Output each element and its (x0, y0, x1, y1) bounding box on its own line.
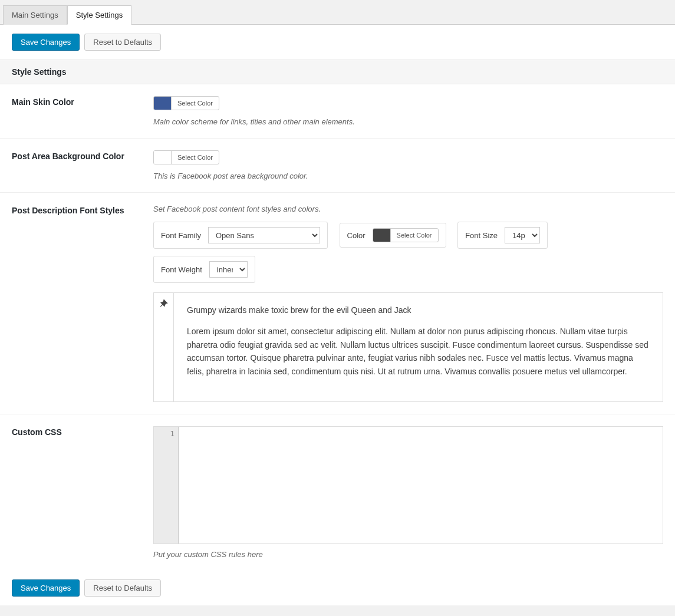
code-editor: 1 (153, 426, 663, 544)
save-button-bottom[interactable]: Save Changes (12, 579, 80, 597)
color-swatch-post-bg (154, 151, 172, 164)
pin-icon (159, 299, 169, 308)
control-font-weight: Font Weight inherit (153, 256, 255, 283)
control-font-size: Font Size 14px (457, 222, 548, 249)
panel-header: Style Settings (0, 60, 675, 84)
desc-main-skin-color: Main color scheme for links, titles and … (153, 117, 663, 126)
code-gutter: 1 (154, 427, 179, 543)
color-picker-font-color[interactable]: Select Color (373, 228, 439, 242)
desc-post-font-styles: Set Facebook post content font styles an… (153, 205, 663, 213)
select-font-weight[interactable]: inherit (209, 261, 248, 278)
reset-button-bottom[interactable]: Reset to Defaults (84, 579, 161, 597)
tab-main-settings[interactable]: Main Settings (3, 5, 67, 25)
tab-style-settings[interactable]: Style Settings (67, 5, 132, 25)
select-font-size[interactable]: 14px (505, 227, 540, 243)
font-controls-row-1: Font Family Open Sans Color Select Color… (153, 222, 663, 256)
field-custom-css: Custom CSS 1 Put your custom CSS rules h… (0, 414, 675, 571)
field-main-skin-color: Main Skin Color Select Color Main color … (0, 84, 675, 139)
label-font-color: Color (347, 231, 366, 240)
reset-button[interactable]: Reset to Defaults (84, 34, 161, 51)
field-post-font-styles: Post Description Font Styles Set Faceboo… (0, 193, 675, 414)
select-font-family[interactable]: Open Sans (208, 227, 320, 243)
control-font-family: Font Family Open Sans (153, 222, 328, 249)
field-post-bg-color: Post Area Background Color Select Color … (0, 139, 675, 193)
content-area: Save Changes Reset to Defaults Style Set… (0, 25, 675, 605)
font-controls-row-2: Font Weight inherit (153, 256, 663, 290)
font-preview-box: Grumpy wizards make toxic brew for the e… (153, 292, 663, 402)
preview-icon-column (154, 293, 174, 401)
label-font-size: Font Size (465, 231, 498, 240)
tab-bar: Main Settings Style Settings (0, 0, 675, 25)
label-font-weight: Font Weight (161, 265, 202, 274)
label-font-family: Font Family (161, 231, 201, 240)
save-button[interactable]: Save Changes (12, 34, 80, 51)
color-picker-main-skin[interactable]: Select Color (153, 96, 219, 110)
control-font-color: Color Select Color (340, 223, 446, 248)
color-swatch-font-color (373, 229, 391, 242)
code-textarea[interactable] (179, 427, 663, 543)
label-post-bg-color: Post Area Background Color (12, 150, 153, 180)
preview-headline: Grumpy wizards make toxic brew for the e… (187, 304, 650, 317)
preview-text-column: Grumpy wizards make toxic brew for the e… (174, 293, 663, 401)
color-swatch-main-skin (154, 97, 172, 110)
action-row-top: Save Changes Reset to Defaults (0, 25, 675, 60)
preview-body: Lorem ipsum dolor sit amet, consectetur … (187, 325, 650, 378)
label-post-font-styles: Post Description Font Styles (12, 205, 153, 402)
select-color-button-post-bg[interactable]: Select Color (172, 151, 219, 163)
select-color-button[interactable]: Select Color (172, 97, 219, 109)
label-custom-css: Custom CSS (12, 426, 153, 559)
desc-post-bg-color: This is Facebook post area background co… (153, 172, 663, 180)
color-picker-post-bg[interactable]: Select Color (153, 150, 219, 164)
action-row-bottom: Save Changes Reset to Defaults (0, 571, 675, 605)
select-color-button-font[interactable]: Select Color (391, 229, 438, 241)
label-main-skin-color: Main Skin Color (12, 96, 153, 126)
desc-custom-css: Put your custom CSS rules here (153, 550, 663, 559)
